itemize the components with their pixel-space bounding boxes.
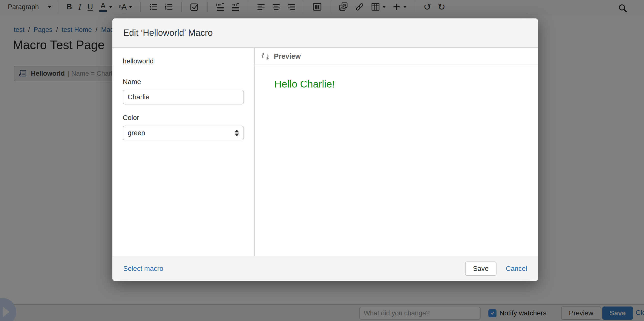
color-select-value: green <box>128 129 145 137</box>
dialog-header: Edit ‘Helloworld’ Macro <box>112 19 538 48</box>
macro-params-panel: helloworld Name Color green <box>112 48 255 256</box>
dialog-footer: Select macro Save Cancel <box>112 256 538 281</box>
color-select[interactable]: green <box>123 126 244 140</box>
name-field-input[interactable] <box>123 90 244 104</box>
dialog-title: Edit ‘Helloworld’ Macro <box>123 28 213 38</box>
preview-body: Hello Charlie! <box>255 65 538 256</box>
preview-title: Preview <box>274 52 301 60</box>
dialog-cancel-link[interactable]: Cancel <box>506 265 527 273</box>
select-macro-link[interactable]: Select macro <box>123 265 163 273</box>
color-field-label: Color <box>123 114 244 122</box>
dialog-save-button[interactable]: Save <box>465 261 496 276</box>
select-arrows-icon <box>235 130 239 136</box>
edit-macro-dialog: Edit ‘Helloworld’ Macro helloworld Name … <box>112 19 538 281</box>
macro-preview-panel: Preview Hello Charlie! <box>255 48 538 256</box>
preview-header: Preview <box>255 48 538 65</box>
refresh-icon[interactable] <box>261 52 270 61</box>
macro-id-text: helloworld <box>123 57 244 65</box>
name-field-label: Name <box>123 78 244 86</box>
macro-preview-output: Hello Charlie! <box>274 78 335 90</box>
